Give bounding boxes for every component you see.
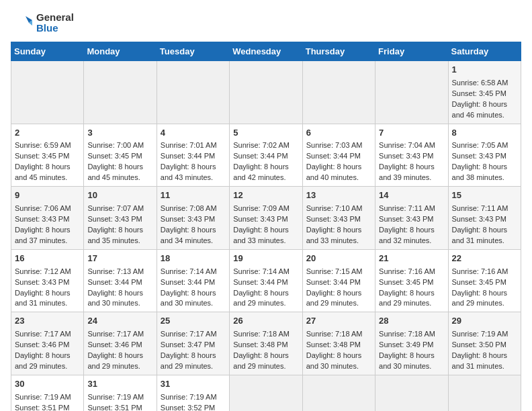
day-number: 12	[233, 189, 298, 202]
calendar-day-cell: 19Sunrise: 7:14 AMSunset: 3:44 PMDayligh…	[230, 249, 302, 312]
day-number: 6	[306, 127, 371, 140]
calendar-day-cell: 13Sunrise: 7:10 AMSunset: 3:43 PMDayligh…	[302, 187, 375, 250]
calendar-day-cell: 27Sunrise: 7:18 AMSunset: 3:48 PMDayligh…	[302, 312, 375, 375]
calendar-day-cell	[84, 61, 157, 124]
day-number: 21	[379, 253, 444, 265]
daylight-text: Daylight: 8 hours and 33 minutes.	[306, 226, 362, 244]
daylight-text: Daylight: 8 hours and 39 minutes.	[379, 163, 435, 181]
calendar-day-cell: 3Sunrise: 7:00 AMSunset: 3:45 PMDaylight…	[84, 124, 157, 187]
day-number: 18	[161, 253, 226, 265]
sunset-text: Sunset: 3:46 PM	[87, 340, 142, 349]
calendar-day-cell	[157, 61, 229, 124]
daylight-text: Daylight: 8 hours and 30 minutes.	[379, 351, 435, 370]
sunrise-text: Sunrise: 7:19 AM	[161, 393, 217, 401]
calendar-day-cell: 31Sunrise: 7:19 AMSunset: 3:51 PMDayligh…	[84, 375, 157, 411]
day-number: 26	[233, 315, 298, 328]
sunrise-text: Sunrise: 7:14 AM	[161, 267, 217, 275]
calendar-day-cell	[302, 375, 375, 411]
calendar-day-cell: 29Sunrise: 7:19 AMSunset: 3:50 PMDayligh…	[448, 312, 521, 375]
sunrise-text: Sunrise: 7:09 AM	[233, 204, 290, 212]
calendar-day-cell: 4Sunrise: 7:01 AMSunset: 3:44 PMDaylight…	[157, 124, 229, 187]
sunrise-text: Sunrise: 7:14 AM	[233, 267, 290, 275]
calendar-day-cell: 18Sunrise: 7:14 AMSunset: 3:44 PMDayligh…	[157, 249, 229, 312]
sunset-text: Sunset: 3:44 PM	[161, 152, 215, 160]
daylight-text: Daylight: 8 hours and 45 minutes.	[15, 163, 71, 181]
day-number: 8	[452, 127, 517, 140]
calendar-day-cell: 22Sunrise: 7:16 AMSunset: 3:45 PMDayligh…	[448, 249, 521, 312]
sunset-text: Sunset: 3:48 PM	[306, 340, 361, 349]
day-of-week-header: Wednesday	[230, 42, 302, 61]
calendar-week-row: 16Sunrise: 7:12 AMSunset: 3:43 PMDayligh…	[11, 249, 521, 312]
sunset-text: Sunset: 3:43 PM	[452, 152, 506, 160]
day-number: 7	[379, 127, 444, 140]
calendar-day-cell: 28Sunrise: 7:18 AMSunset: 3:49 PMDayligh…	[375, 312, 448, 375]
calendar-week-row: 30Sunrise: 7:19 AMSunset: 3:51 PMDayligh…	[11, 375, 521, 411]
daylight-text: Daylight: 8 hours and 29 minutes.	[306, 289, 362, 308]
sunrise-text: Sunrise: 7:10 AM	[306, 204, 363, 212]
calendar-day-cell	[230, 375, 302, 411]
day-number: 3	[87, 127, 152, 140]
daylight-text: Daylight: 8 hours and 33 minutes.	[233, 226, 289, 244]
logo-container: General Blue	[11, 11, 74, 35]
daylight-text: Daylight: 8 hours and 31 minutes.	[452, 351, 508, 370]
day-number: 4	[161, 127, 226, 140]
sunset-text: Sunset: 3:45 PM	[452, 278, 506, 286]
sunset-text: Sunset: 3:48 PM	[233, 340, 287, 349]
calendar-table: SundayMondayTuesdayWednesdayThursdayFrid…	[11, 42, 521, 411]
daylight-text: Daylight: 8 hours and 30 minutes.	[306, 351, 362, 370]
sunrise-text: Sunrise: 7:19 AM	[87, 393, 144, 401]
sunset-text: Sunset: 3:45 PM	[379, 278, 433, 286]
daylight-text: Daylight: 8 hours and 42 minutes.	[233, 163, 289, 181]
daylight-text: Daylight: 8 hours and 29 minutes.	[233, 351, 289, 370]
daylight-text: Daylight: 8 hours and 45 minutes.	[87, 163, 143, 181]
calendar-day-cell: 11Sunrise: 7:08 AMSunset: 3:43 PMDayligh…	[157, 187, 229, 250]
sunset-text: Sunset: 3:43 PM	[379, 215, 433, 223]
sunrise-text: Sunrise: 7:06 AM	[15, 204, 71, 212]
sunset-text: Sunset: 3:47 PM	[161, 340, 215, 349]
day-of-week-header: Thursday	[302, 42, 375, 61]
calendar-day-cell	[302, 61, 375, 124]
day-of-week-header: Sunday	[11, 42, 84, 61]
day-number: 2	[15, 127, 80, 140]
daylight-text: Daylight: 8 hours and 29 minutes.	[161, 351, 216, 370]
sunrise-text: Sunrise: 7:01 AM	[161, 141, 217, 149]
calendar-day-cell: 26Sunrise: 7:18 AMSunset: 3:48 PMDayligh…	[230, 312, 302, 375]
day-number: 23	[15, 315, 80, 328]
calendar-day-cell	[230, 61, 302, 124]
calendar-day-cell: 5Sunrise: 7:02 AMSunset: 3:44 PMDaylight…	[230, 124, 302, 187]
day-number: 22	[452, 253, 517, 265]
calendar-day-cell	[375, 375, 448, 411]
sunset-text: Sunset: 3:44 PM	[161, 278, 215, 286]
day-number: 11	[161, 189, 226, 202]
calendar-day-cell: 2Sunrise: 6:59 AMSunset: 3:45 PMDaylight…	[11, 124, 84, 187]
sunrise-text: Sunrise: 7:02 AM	[233, 141, 290, 149]
day-number: 24	[87, 315, 152, 328]
sunrise-text: Sunrise: 7:08 AM	[161, 204, 217, 212]
day-number: 29	[452, 315, 517, 328]
calendar-day-cell: 31Sunrise: 7:19 AMSunset: 3:52 PMDayligh…	[157, 375, 229, 411]
day-number: 20	[306, 253, 371, 265]
sunset-text: Sunset: 3:51 PM	[15, 404, 69, 411]
sunrise-text: Sunrise: 7:03 AM	[306, 141, 363, 149]
calendar-week-row: 9Sunrise: 7:06 AMSunset: 3:43 PMDaylight…	[11, 187, 521, 250]
sunset-text: Sunset: 3:44 PM	[306, 152, 361, 160]
calendar-day-cell: 16Sunrise: 7:12 AMSunset: 3:43 PMDayligh…	[11, 249, 84, 312]
calendar-week-row: 1Sunrise: 6:58 AMSunset: 3:45 PMDaylight…	[11, 61, 521, 124]
sunset-text: Sunset: 3:44 PM	[306, 278, 361, 286]
calendar-day-cell: 24Sunrise: 7:17 AMSunset: 3:46 PMDayligh…	[84, 312, 157, 375]
calendar-day-cell: 20Sunrise: 7:15 AMSunset: 3:44 PMDayligh…	[302, 249, 375, 312]
calendar-day-cell: 17Sunrise: 7:13 AMSunset: 3:44 PMDayligh…	[84, 249, 157, 312]
day-number: 30	[15, 378, 80, 391]
sunset-text: Sunset: 3:43 PM	[379, 152, 433, 160]
daylight-text: Daylight: 8 hours and 30 minutes.	[87, 289, 143, 308]
daylight-text: Daylight: 8 hours and 29 minutes.	[233, 289, 289, 308]
day-number: 13	[306, 189, 371, 202]
sunrise-text: Sunrise: 7:11 AM	[379, 204, 435, 212]
daylight-text: Daylight: 8 hours and 34 minutes.	[161, 226, 216, 244]
logo-graphic	[11, 11, 35, 35]
calendar-day-cell	[375, 61, 448, 124]
daylight-text: Daylight: 8 hours and 29 minutes.	[379, 289, 435, 308]
sunset-text: Sunset: 3:51 PM	[87, 404, 142, 411]
calendar-day-cell: 21Sunrise: 7:16 AMSunset: 3:45 PMDayligh…	[375, 249, 448, 312]
calendar-day-cell: 14Sunrise: 7:11 AMSunset: 3:43 PMDayligh…	[375, 187, 448, 250]
